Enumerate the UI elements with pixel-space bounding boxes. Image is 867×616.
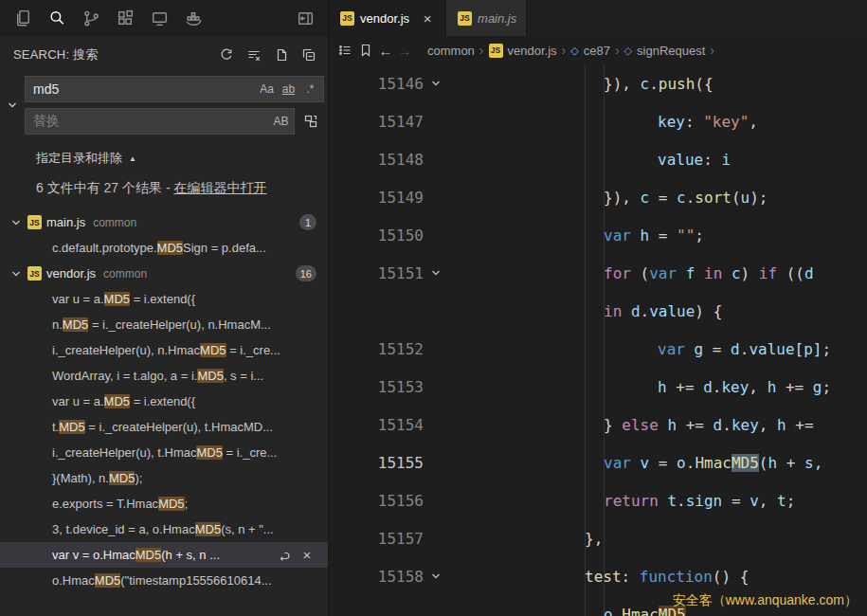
code-line: 15158test: function() { <box>329 557 867 595</box>
vscode-window: SEARCH: 搜索 <box>0 0 867 616</box>
code-line: 15151for (var f in c) if ((d <box>329 254 867 292</box>
clear-search-results-icon[interactable] <box>244 45 263 64</box>
open-in-editor-link[interactable]: 在编辑器中打开 <box>173 180 266 195</box>
match-highlight: MD5 <box>135 548 161 562</box>
preserve-case-icon[interactable]: AB <box>271 112 291 132</box>
match-highlight: MD5 <box>158 497 184 511</box>
caret-up-icon: ▲ <box>129 154 136 163</box>
search-match-row[interactable]: i._createHelper(u), n.HmacMD5 = i._cre..… <box>0 337 328 363</box>
activity-bar <box>0 0 328 36</box>
file-name: main.js <box>46 215 85 229</box>
search-input[interactable]: md5 Aa ab .* <box>25 76 324 102</box>
whole-word-icon[interactable]: ab <box>279 80 298 100</box>
open-in-editor-icon[interactable] <box>272 45 291 64</box>
replace-icon[interactable] <box>275 546 294 565</box>
search-query-value: md5 <box>33 82 257 97</box>
line-number: 15157 <box>329 530 424 548</box>
bookmark-icon[interactable] <box>355 40 376 61</box>
breadcrumb-item-vendor.js[interactable]: JSvendor.js <box>489 44 557 58</box>
match-highlight: MD5 <box>104 394 130 408</box>
search-match-row[interactable]: var v = o.HmacMD5(h + s, n ...× <box>0 542 328 568</box>
code-line: 15147key: "key", <box>329 102 867 140</box>
replace-all-icon[interactable] <box>298 108 324 135</box>
js-file-icon: JS <box>27 215 42 229</box>
search-match-row[interactable]: var u = a.MD5 = i.extend({ <box>0 286 328 312</box>
search-results-tree: JSmain.jscommon1c.default.prototype.MD5S… <box>0 209 328 616</box>
tab-main.js[interactable]: JSmain.js <box>446 0 527 36</box>
regex-icon[interactable]: .* <box>300 80 320 100</box>
match-highlight: MD5 <box>196 445 222 460</box>
replace-placeholder: 替换 <box>33 113 271 130</box>
search-details-toggle[interactable]: 指定目录和排除 ▲ <box>36 150 318 167</box>
symbol-icon: ◇ <box>624 45 632 57</box>
search-fields: md5 Aa ab .* 替换 AB <box>0 68 328 135</box>
dismiss-icon[interactable]: × <box>298 546 316 565</box>
search-match-row[interactable]: var u = a.MD5 = i.extend({ <box>0 389 328 414</box>
close-icon[interactable]: × <box>419 10 436 27</box>
match-text: var v = o.HmacMD5(h + s, n ... <box>52 548 271 562</box>
list-selection-icon[interactable] <box>334 40 355 61</box>
toggle-replace-icon[interactable] <box>0 76 25 135</box>
line-number: 15158 <box>329 568 424 586</box>
search-panel-title: SEARCH: 搜索 <box>13 46 217 63</box>
docker-icon[interactable] <box>180 5 207 31</box>
chevron-separator: › <box>710 43 714 58</box>
match-case-icon[interactable]: Aa <box>257 80 277 100</box>
chevron-separator: › <box>562 43 567 58</box>
breadcrumb: ← → common›JSvendor.js›◇ce87›◇signReques… <box>329 36 867 64</box>
line-number: 15147 <box>329 113 424 131</box>
search-match-row[interactable]: }(Math), n.MD5); <box>0 465 328 491</box>
fold-chevron-icon[interactable] <box>424 78 448 89</box>
nav-back-icon[interactable]: ← <box>376 43 395 59</box>
line-number: 15156 <box>329 492 424 510</box>
search-match-row[interactable]: t.MD5 = i._createHelper(u), t.HmacMD... <box>0 414 328 440</box>
match-text: }(Math), n.MD5); <box>52 471 316 485</box>
search-details-label: 指定目录和排除 <box>36 150 122 167</box>
search-match-row[interactable]: o.HmacMD5("timestamp15556610614... <box>0 568 328 593</box>
file-name: vendor.js <box>46 266 96 281</box>
match-text: e.exports = T.HmacMD5; <box>52 497 316 511</box>
search-match-row[interactable]: e.exports = T.HmacMD5; <box>0 491 328 516</box>
file-row-main.js[interactable]: JSmain.jscommon1 <box>0 209 328 235</box>
match-text: var u = a.MD5 = i.extend({ <box>52 292 316 306</box>
breadcrumb-item-common[interactable]: common <box>427 44 475 58</box>
collapse-all-icon[interactable] <box>299 45 318 64</box>
file-dir: common <box>93 216 295 229</box>
chevron-down-icon[interactable] <box>9 268 23 280</box>
line-number: 15148 <box>329 151 424 169</box>
match-count-badge: 1 <box>299 214 316 230</box>
line-number: 15151 <box>329 264 424 282</box>
breadcrumb-item-signRequest[interactable]: ◇signRequest <box>624 44 706 58</box>
chevron-separator: › <box>615 43 620 58</box>
search-match-row[interactable]: i._createHelper(u), t.HmacMD5 = i._cre..… <box>0 440 328 465</box>
remote-explorer-icon[interactable] <box>146 5 172 31</box>
code-line: 15154} else h += d.key, h += <box>329 406 867 444</box>
match-text: t.MD5 = i._createHelper(u), t.HmacMD... <box>52 420 316 434</box>
tab-label: vendor.js <box>360 11 409 26</box>
move-sidebar-icon[interactable] <box>292 5 318 31</box>
search-match-row[interactable]: WordArray, i = t.algo, a = i.MD5, s = i.… <box>0 363 328 389</box>
breadcrumb-item-ce87[interactable]: ◇ce87 <box>570 44 610 58</box>
line-number: 15150 <box>329 226 424 245</box>
search-match-row[interactable]: c.default.prototype.MD5Sign = p.defa... <box>0 235 328 261</box>
search-icon[interactable] <box>44 5 70 31</box>
replace-input[interactable]: 替换 AB <box>25 108 295 135</box>
code-line: in d.value) { <box>329 292 867 330</box>
source-control-icon[interactable] <box>78 5 104 31</box>
files-icon[interactable] <box>9 5 36 31</box>
line-number: 15154 <box>329 416 424 434</box>
chevron-down-icon[interactable] <box>9 217 23 228</box>
search-match-row[interactable]: 3, t.device_id = a, o.HmacMD5(s, n + "..… <box>0 516 328 542</box>
tab-label: main.js <box>478 11 516 26</box>
file-row-vendor.js[interactable]: JSvendor.jscommon16 <box>0 261 328 286</box>
extensions-icon[interactable] <box>112 5 138 31</box>
editor[interactable]: 15146}), c.push({15147key: "key",15148va… <box>329 64 867 616</box>
search-match-row[interactable]: n.MD5 = i._createHelper(u), n.HmacM... <box>0 312 328 337</box>
match-text: i._createHelper(u), t.HmacMD5 = i._cre..… <box>52 445 316 460</box>
line-number: 15153 <box>329 378 424 396</box>
fold-chevron-icon[interactable] <box>424 267 448 279</box>
refresh-icon[interactable] <box>217 45 236 64</box>
fold-chevron-icon[interactable] <box>424 571 448 582</box>
tab-vendor.js[interactable]: JSvendor.js× <box>329 0 446 36</box>
code-line: 15150var h = ""; <box>329 216 867 254</box>
